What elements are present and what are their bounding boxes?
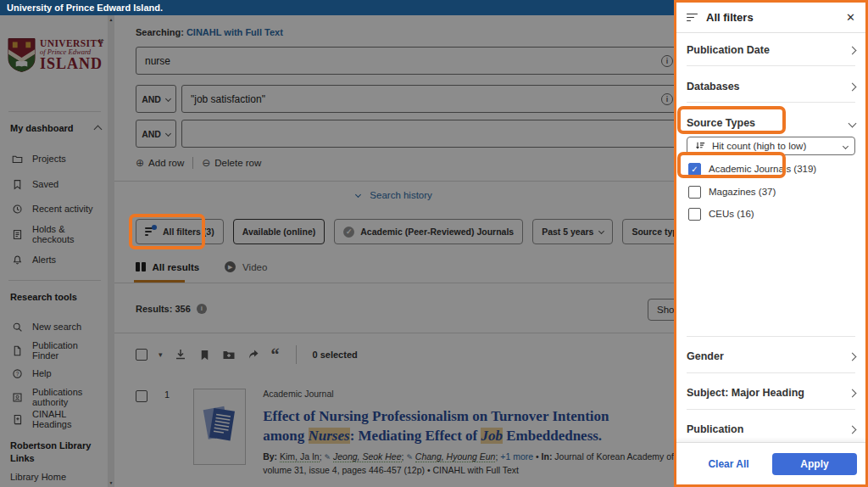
hit-count-sort-dropdown[interactable]: Hit count (high to low) (687, 137, 855, 155)
panel-header: All filters ✕ (676, 3, 865, 33)
apply-button[interactable]: Apply (772, 453, 857, 475)
filters-icon (687, 13, 698, 23)
checkbox-unchecked[interactable] (688, 186, 701, 199)
panel-footer: Clear All Apply (676, 442, 865, 484)
divider (687, 65, 855, 66)
chevron-right-icon (849, 82, 857, 91)
option-academic-journals[interactable]: ✓ Academic Journals (319) (688, 160, 855, 177)
modal-dim-overlay[interactable] (0, 15, 674, 487)
sort-icon (694, 141, 706, 151)
chevron-right-icon (849, 46, 857, 54)
divider (687, 372, 855, 373)
divider (687, 409, 855, 410)
chevron-down-icon (843, 143, 849, 148)
section-publication[interactable]: Publication (687, 419, 855, 439)
institution-title: University of Prince Edward Island. (7, 3, 163, 13)
section-databases[interactable]: Databases (687, 76, 855, 97)
all-filters-panel: All filters ✕ Publication Date Databases… (674, 0, 868, 487)
close-icon[interactable]: ✕ (846, 11, 855, 24)
section-gender[interactable]: Gender (687, 346, 855, 367)
checkbox-checked[interactable]: ✓ (688, 163, 701, 176)
chevron-down-icon (849, 119, 857, 127)
section-subject-major-heading[interactable]: Subject: Major Heading (687, 383, 855, 403)
divider (687, 336, 855, 337)
option-magazines[interactable]: Magazines (37) (688, 183, 855, 200)
divider (687, 102, 855, 103)
chevron-right-icon (849, 352, 857, 361)
panel-title: All filters (706, 11, 838, 24)
chevron-right-icon (849, 389, 857, 397)
option-ceus[interactable]: CEUs (16) (688, 205, 855, 222)
clear-all-button[interactable]: Clear All (685, 458, 772, 470)
section-publication-date[interactable]: Publication Date (687, 40, 855, 60)
checkbox-unchecked[interactable] (688, 208, 701, 221)
section-source-types[interactable]: Source Types (687, 113, 855, 133)
chevron-right-icon (849, 425, 857, 434)
